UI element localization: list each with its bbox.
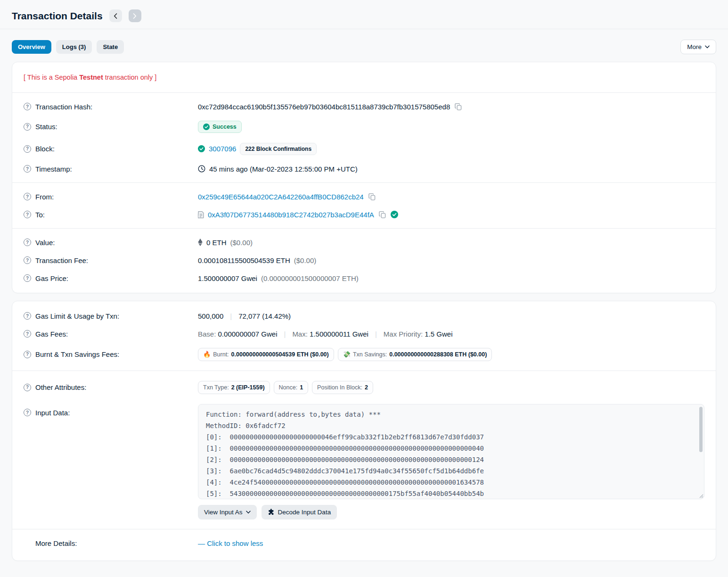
page-header: Transaction Details: [12, 0, 716, 29]
previous-transaction-button[interactable]: [109, 9, 122, 22]
max-priority-fee-value: 1.5 Gwei: [425, 330, 452, 338]
timestamp-value: 45 mins ago (Mar-02-2023 12:55:00 PM +UT…: [209, 165, 358, 173]
help-icon[interactable]: [24, 211, 31, 218]
txn-savings-badge: 💸 Txn Savings: 0.000000000000288308 ETH …: [338, 348, 492, 361]
verified-check-icon: [391, 211, 398, 218]
to-address-link[interactable]: 0xA3f07D6773514480b918C2742b027b3acD9E44…: [208, 211, 374, 219]
value-eth: 0 ETH: [206, 239, 227, 247]
tab-bar: Overview Logs (3) State More: [12, 40, 716, 54]
help-icon[interactable]: [24, 145, 31, 153]
chevron-down-icon: [705, 45, 710, 49]
gas-price-gwei: 1.500000007 Gwei: [198, 274, 257, 282]
help-icon[interactable]: [24, 165, 31, 173]
testnet-warning: [ This is a Sepolia Testnet transaction …: [24, 68, 704, 88]
gas-fees-row: Gas Fees: Base: 0.000000007 Gwei | Max: …: [24, 325, 704, 343]
input-data-row: Input Data: Function: forward(address to…: [24, 399, 704, 524]
status-row: Status: Success: [24, 115, 704, 138]
transaction-hash-row: Transaction Hash: 0xc72d984ccac6190b5f13…: [24, 98, 704, 115]
transaction-fee-eth: 0.000108115500504539 ETH: [198, 256, 290, 264]
help-icon[interactable]: [24, 274, 31, 282]
help-icon[interactable]: [24, 103, 31, 110]
copy-icon: [379, 211, 386, 218]
copy-from-address-button[interactable]: [368, 193, 376, 200]
help-icon[interactable]: [24, 384, 31, 391]
decode-input-data-button[interactable]: Decode Input Data: [262, 505, 337, 519]
copy-hash-button[interactable]: [454, 103, 463, 110]
help-icon[interactable]: [24, 330, 31, 338]
from-address-link[interactable]: 0x259c49E65644a020C2A642260a4ffB0CD862cb…: [198, 193, 364, 201]
transaction-fee-row: Transaction Fee: 0.000108115500504539 ET…: [24, 251, 704, 269]
status-badge: Success: [198, 121, 242, 133]
gas-price-row: Gas Price: 1.500000007 Gwei (0.000000001…: [24, 269, 704, 287]
gas-limit-value: 500,000: [198, 312, 223, 320]
divider: [12, 371, 716, 371]
burnt-fees-badge: 🔥 Burnt: 0.000000000000504539 ETH ($0.00…: [198, 348, 334, 361]
burnt-savings-row: Burnt & Txn Savings Fees: 🔥 Burnt: 0.000…: [24, 343, 704, 366]
input-data-scrollbar[interactable]: [699, 407, 703, 452]
view-input-as-button[interactable]: View Input As: [198, 505, 257, 519]
tab-state[interactable]: State: [97, 40, 124, 54]
copy-icon: [455, 103, 462, 110]
overview-card: [ This is a Sepolia Testnet transaction …: [12, 62, 716, 293]
details-card: Gas Limit & Usage by Txn: 500,000 | 72,0…: [12, 301, 716, 561]
gas-limit-row: Gas Limit & Usage by Txn: 500,000 | 72,0…: [24, 307, 704, 325]
tab-overview[interactable]: Overview: [12, 40, 51, 54]
help-icon[interactable]: [24, 312, 31, 320]
chevron-right-icon: [133, 13, 137, 19]
divider: [12, 92, 716, 93]
more-dropdown-button[interactable]: More: [680, 40, 716, 54]
contract-document-icon: [198, 211, 204, 218]
chevron-down-icon: [246, 511, 251, 514]
help-icon[interactable]: [24, 409, 31, 416]
from-row: From: 0x259c49E65644a020C2A642260a4ffB0C…: [24, 188, 704, 206]
check-circle-icon: [203, 124, 210, 130]
help-icon[interactable]: [24, 193, 31, 200]
timestamp-row: Timestamp: 45 mins ago (Mar-02-2023 12:5…: [24, 160, 704, 178]
help-icon[interactable]: [24, 256, 31, 264]
fire-icon: 🔥: [203, 351, 211, 357]
block-row: Block: 3007096 222 Block Confirmations: [24, 138, 704, 160]
help-icon[interactable]: [24, 239, 31, 246]
page-title: Transaction Details: [12, 10, 103, 22]
max-fee-value: 1.500000011 Gwei: [310, 330, 368, 338]
next-transaction-button[interactable]: [129, 9, 141, 22]
header-divider: [0, 29, 728, 29]
value-row: Value: 0 ETH ($0.00): [24, 233, 704, 251]
money-savings-icon: 💸: [343, 351, 351, 357]
puzzle-icon: [268, 509, 275, 516]
transaction-details-page: Transaction Details Overview Logs (3) St…: [0, 0, 728, 561]
value-usd: ($0.00): [230, 239, 253, 247]
gas-usage-value: 72,077 (14.42%): [238, 312, 291, 320]
position-in-block-badge: Position In Block: 2: [312, 381, 373, 394]
divider: [12, 529, 716, 529]
to-row: To: 0xA3f07D6773514480b918C2742b027b3acD…: [24, 206, 704, 223]
divider: [12, 182, 716, 183]
gas-price-eth: (0.000000001500000007 ETH): [261, 274, 359, 282]
nonce-badge: Nonce: 1: [274, 381, 309, 394]
other-attributes-row: Other Attributes: Txn Type: 2 (EIP-1559)…: [24, 376, 704, 399]
copy-icon: [368, 193, 376, 200]
finalized-check-icon: [198, 145, 205, 152]
help-icon[interactable]: [24, 123, 31, 131]
transaction-fee-usd: ($0.00): [294, 256, 317, 264]
tab-logs[interactable]: Logs (3): [56, 40, 92, 54]
block-number-link[interactable]: 3007096: [209, 145, 236, 153]
chevron-left-icon: [114, 13, 117, 19]
copy-to-address-button[interactable]: [378, 211, 387, 218]
txn-type-badge: Txn Type: 2 (EIP-1559): [198, 381, 270, 394]
divider: [12, 228, 716, 229]
base-fee-value: 0.000000007 Gwei: [218, 330, 278, 338]
show-less-link[interactable]: — Click to show less: [198, 539, 263, 547]
resize-grip-icon[interactable]: [698, 493, 703, 498]
transaction-hash-value: 0xc72d984ccac6190b5f135576eb97b03604bc81…: [198, 103, 450, 111]
clock-icon: [198, 165, 205, 173]
block-confirmations-badge: 222 Block Confirmations: [240, 143, 317, 155]
input-data-textarea[interactable]: Function: forward(address to,bytes data)…: [198, 404, 704, 499]
more-details-row: More Details: — Click to show less: [24, 534, 704, 555]
help-icon[interactable]: [24, 351, 31, 358]
ethereum-icon: [198, 239, 203, 246]
